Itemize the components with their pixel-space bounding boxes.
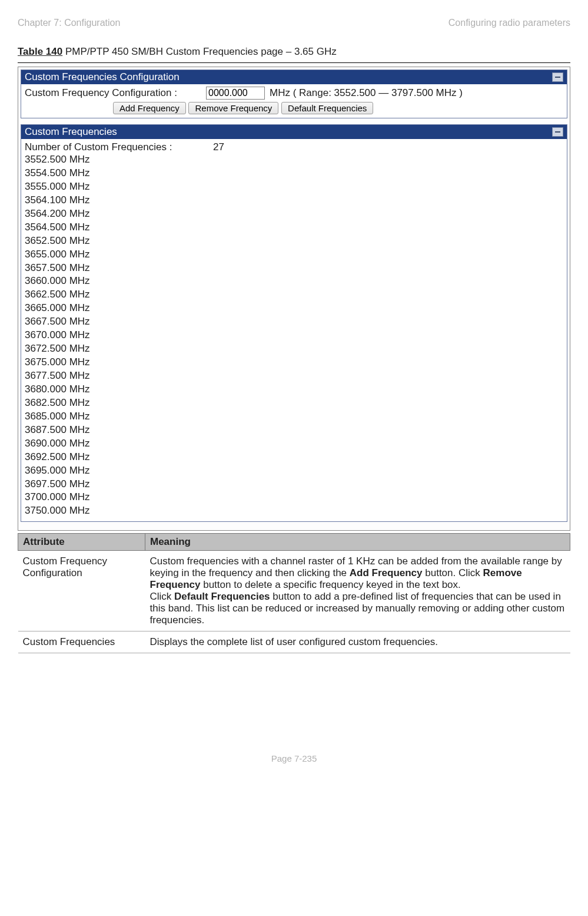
table-row: Custom Frequencies Displays the complete…	[18, 631, 570, 653]
list-item: 3690.000 MHz	[25, 437, 563, 451]
frequencies-panel: Custom Frequencies Number of Custom Freq…	[21, 124, 567, 522]
frequency-count-label: Number of Custom Frequencies :	[25, 141, 213, 153]
collapse-icon[interactable]	[552, 127, 563, 137]
header-left: Chapter 7: Configuration	[18, 18, 120, 28]
attribute-table: Attribute Meaning Custom Frequency Confi…	[18, 533, 570, 653]
list-item: 3700.000 MHz	[25, 491, 563, 504]
default-frequencies-button[interactable]: Default Frequencies	[281, 102, 373, 114]
col-meaning: Meaning	[145, 534, 570, 551]
list-item: 3555.000 MHz	[25, 180, 563, 194]
list-item: 3680.000 MHz	[25, 383, 563, 396]
bold-term: Default Frequencies	[174, 591, 270, 602]
list-item: 3682.500 MHz	[25, 396, 563, 410]
caption-rule	[18, 62, 570, 63]
custom-freq-config-label: Custom Frequency Configuration :	[25, 87, 201, 99]
meaning-cell: Displays the complete list of user confi…	[145, 631, 570, 653]
list-item: 3687.500 MHz	[25, 424, 563, 437]
list-item: 3564.200 MHz	[25, 207, 563, 221]
remove-frequency-button[interactable]: Remove Frequency	[188, 102, 278, 114]
list-item: 3655.000 MHz	[25, 248, 563, 262]
list-item: 3552.500 MHz	[25, 153, 563, 167]
meaning-text: button to delete a specific frequency ke…	[200, 579, 460, 590]
frequencies-panel-header[interactable]: Custom Frequencies	[21, 125, 567, 139]
list-item: 3564.500 MHz	[25, 221, 563, 234]
list-item: 3662.500 MHz	[25, 288, 563, 302]
config-panel-title: Custom Frequencies Configuration	[25, 71, 180, 83]
bold-term: Add Frequency	[350, 567, 423, 578]
attr-cell: Custom Frequencies	[18, 631, 145, 653]
frequency-list: 3552.500 MHz3554.500 MHz3555.000 MHz3564…	[25, 153, 563, 518]
list-item: 3665.000 MHz	[25, 302, 563, 315]
list-item: 3750.000 MHz	[25, 504, 563, 518]
attr-cell: Custom Frequency Configuration	[18, 551, 145, 631]
list-item: 3672.500 MHz	[25, 342, 563, 356]
page-header: Chapter 7: Configuration Configuring rad…	[18, 18, 570, 28]
meaning-text: button. Click	[423, 567, 483, 578]
table-number: Table 140	[18, 46, 62, 57]
list-item: 3670.000 MHz	[25, 329, 563, 342]
frequency-count-value: 27	[213, 141, 224, 153]
add-frequency-button[interactable]: Add Frequency	[113, 102, 186, 114]
list-item: 3677.500 MHz	[25, 369, 563, 383]
list-item: 3554.500 MHz	[25, 167, 563, 180]
custom-frequency-input[interactable]	[206, 87, 265, 100]
list-item: 3685.000 MHz	[25, 410, 563, 424]
col-attribute: Attribute	[18, 534, 145, 551]
config-panel: Custom Frequencies Configuration Custom …	[21, 70, 567, 118]
list-item: 3667.500 MHz	[25, 315, 563, 329]
list-item: 3695.000 MHz	[25, 464, 563, 478]
meaning-cell: Custom frequencies with a channel raster…	[145, 551, 570, 631]
config-panel-header[interactable]: Custom Frequencies Configuration	[21, 70, 567, 84]
button-row: Add Frequency Remove Frequency Default F…	[25, 102, 563, 114]
units-range-text: MHz ( Range: 3552.500 — 3797.500 MHz )	[270, 87, 463, 99]
list-item: 3652.500 MHz	[25, 234, 563, 248]
list-item: 3657.500 MHz	[25, 262, 563, 275]
list-item: 3697.500 MHz	[25, 478, 563, 491]
table-caption: Table 140 PMP/PTP 450 SM/BH Custom Frequ…	[18, 46, 570, 58]
list-item: 3564.100 MHz	[25, 194, 563, 207]
caption-text: PMP/PTP 450 SM/BH Custom Frequencies pag…	[62, 46, 337, 57]
list-item: 3660.000 MHz	[25, 275, 563, 288]
page-footer: Page 7-235	[0, 753, 588, 775]
frequencies-panel-title: Custom Frequencies	[25, 126, 117, 138]
list-item: 3692.500 MHz	[25, 451, 563, 464]
header-right: Configuring radio parameters	[449, 18, 570, 28]
meaning-text: Click	[150, 591, 175, 602]
list-item: 3675.000 MHz	[25, 356, 563, 369]
screenshot-figure: Custom Frequencies Configuration Custom …	[18, 67, 570, 531]
collapse-icon[interactable]	[552, 72, 563, 82]
table-row: Custom Frequency Configuration Custom fr…	[18, 551, 570, 631]
